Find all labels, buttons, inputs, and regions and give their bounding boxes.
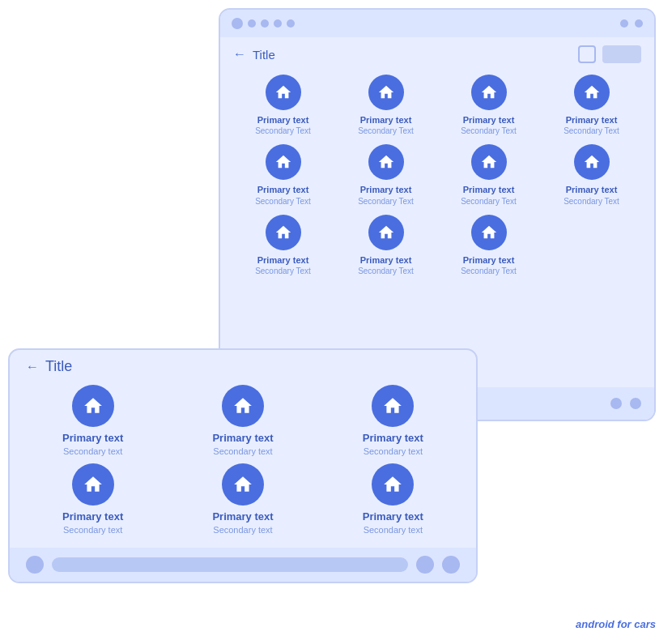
secondary-text-2-4: Secondary Text <box>564 196 619 207</box>
home-icon-5 <box>266 144 301 180</box>
tablet-title: Title <box>45 358 72 375</box>
tablet-home-icon-5 <box>222 463 264 506</box>
tablet-primary-1-2: Primary text <box>212 432 273 446</box>
phone-dot-5 <box>287 19 295 28</box>
tab-dot-3[interactable] <box>442 556 460 574</box>
grid-item-2-1[interactable]: Primary text Secondary Text <box>233 144 333 206</box>
home-icon-8 <box>574 144 610 180</box>
grid-item-3-1[interactable]: Primary text Secondary Text <box>233 215 333 276</box>
primary-text-2-4: Primary text <box>566 184 618 195</box>
tablet-primary-2-3: Primary text <box>363 510 423 524</box>
secondary-text-3-2: Secondary Text <box>358 266 414 276</box>
phone-dot-right-2 <box>635 19 643 28</box>
phone-content: ← Title Primary text Secondary Text Prim… <box>220 37 654 284</box>
tablet-secondary-1-3: Secondary text <box>364 446 423 457</box>
secondary-text-1-4: Secondary Text <box>564 126 619 136</box>
phone-back-arrow[interactable]: ← <box>233 47 246 62</box>
tablet-home-icon-1 <box>72 385 114 427</box>
home-icon-10 <box>368 215 404 250</box>
phone-bottom-dot-1 <box>610 398 622 409</box>
primary-text-2-3: Primary text <box>463 184 515 195</box>
grid-item-2-4[interactable]: Primary text Secondary Text <box>542 144 641 206</box>
phone-dot-1 <box>232 18 243 29</box>
tablet-grid: Primary text Secondary text Primary text… <box>26 385 460 535</box>
tablet-primary-1-3: Primary text <box>363 432 423 446</box>
secondary-text-2-1: Secondary Text <box>255 196 311 207</box>
tablet-grid-item-1-1[interactable]: Primary text Secondary text <box>26 385 159 457</box>
grid-item-1-4[interactable]: Primary text Secondary Text <box>542 75 641 136</box>
home-icon-2 <box>368 75 404 110</box>
primary-text-3-3: Primary text <box>463 254 515 266</box>
phone-dot-right-1 <box>620 19 628 28</box>
secondary-text-1-2: Secondary Text <box>358 126 414 136</box>
tablet-primary-1-1: Primary text <box>62 432 123 446</box>
secondary-text-2-3: Secondary Text <box>461 196 517 207</box>
primary-text-2-1: Primary text <box>257 184 309 195</box>
phone-action-icon[interactable] <box>578 45 596 63</box>
home-icon-6 <box>368 144 404 180</box>
grid-item-3-3[interactable]: Primary text Secondary Text <box>439 215 538 276</box>
home-icon-4 <box>574 75 610 110</box>
tablet-primary-2-2: Primary text <box>212 510 273 524</box>
tablet-grid-item-1-3[interactable]: Primary text Secondary text <box>326 385 460 457</box>
phone-grid: Primary text Secondary Text Primary text… <box>233 75 641 276</box>
tablet-secondary-2-3: Secondary text <box>364 524 423 535</box>
brand-android: android <box>576 618 615 630</box>
tab-dot-2[interactable] <box>416 556 434 574</box>
phone-bottom-dot-2 <box>630 398 641 409</box>
phone-title: Title <box>253 48 275 62</box>
phone-status-bar <box>220 10 654 37</box>
grid-item-1-1[interactable]: Primary text Secondary Text <box>233 75 333 136</box>
home-icon-1 <box>266 75 301 110</box>
tablet-grid-item-2-1[interactable]: Primary text Secondary text <box>26 463 159 535</box>
primary-text-2-2: Primary text <box>360 184 412 195</box>
secondary-text-3-3: Secondary Text <box>461 266 517 276</box>
secondary-text-1-3: Secondary Text <box>461 126 517 136</box>
phone-dot-3 <box>261 19 269 28</box>
home-icon-7 <box>471 144 507 180</box>
tab-dot-1[interactable] <box>26 556 44 574</box>
grid-item-3-2[interactable]: Primary text Secondary Text <box>336 215 436 276</box>
tablet-frame: ← Title Primary text Secondary text Prim… <box>8 348 478 583</box>
tablet-home-icon-3 <box>372 385 414 427</box>
grid-item-1-3[interactable]: Primary text Secondary Text <box>439 75 538 136</box>
primary-text-3-1: Primary text <box>257 254 309 266</box>
phone-dot-2 <box>248 19 256 28</box>
tablet-home-icon-6 <box>372 463 414 506</box>
tablet-home-icon-4 <box>72 463 114 506</box>
tablet-grid-item-2-2[interactable]: Primary text Secondary text <box>176 463 309 535</box>
tablet-home-icon-2 <box>222 385 264 427</box>
home-icon-11 <box>471 215 507 250</box>
secondary-text-1-1: Secondary Text <box>255 126 311 136</box>
tablet-bottom-bar <box>10 548 476 582</box>
primary-text-1-4: Primary text <box>566 114 618 126</box>
primary-text-1-3: Primary text <box>463 114 515 126</box>
tablet-grid-item-1-2[interactable]: Primary text Secondary text <box>176 385 309 457</box>
primary-text-1-1: Primary text <box>257 114 309 126</box>
primary-text-3-2: Primary text <box>360 254 412 266</box>
home-icon-3 <box>471 75 507 110</box>
phone-title-bar: ← Title <box>233 45 641 63</box>
phone-dot-4 <box>274 19 282 28</box>
secondary-text-2-2: Secondary Text <box>358 196 414 207</box>
primary-text-1-2: Primary text <box>360 114 412 126</box>
tablet-secondary-1-2: Secondary text <box>213 446 272 457</box>
tablet-grid-item-2-3[interactable]: Primary text Secondary text <box>326 463 460 535</box>
tablet-primary-2-1: Primary text <box>62 510 123 524</box>
tab-bar-pill[interactable] <box>52 557 408 572</box>
grid-item-1-2[interactable]: Primary text Secondary Text <box>336 75 436 136</box>
secondary-text-3-1: Secondary Text <box>255 266 311 276</box>
grid-item-2-2[interactable]: Primary text Secondary Text <box>336 144 436 206</box>
tablet-secondary-2-2: Secondary text <box>213 524 272 535</box>
tablet-back-arrow[interactable]: ← <box>26 360 39 374</box>
brand-suffix: for cars <box>615 618 656 630</box>
tablet-secondary-1-1: Secondary text <box>63 446 122 457</box>
grid-item-2-3[interactable]: Primary text Secondary Text <box>439 144 538 206</box>
tablet-content: ← Title Primary text Secondary text Prim… <box>10 350 476 544</box>
home-icon-9 <box>266 215 301 250</box>
phone-action-button[interactable] <box>602 45 641 63</box>
brand-label: android for cars <box>576 618 656 630</box>
phone-dots-left <box>232 18 295 29</box>
tablet-secondary-2-1: Secondary text <box>63 524 122 535</box>
tablet-title-bar: ← Title <box>26 358 460 375</box>
